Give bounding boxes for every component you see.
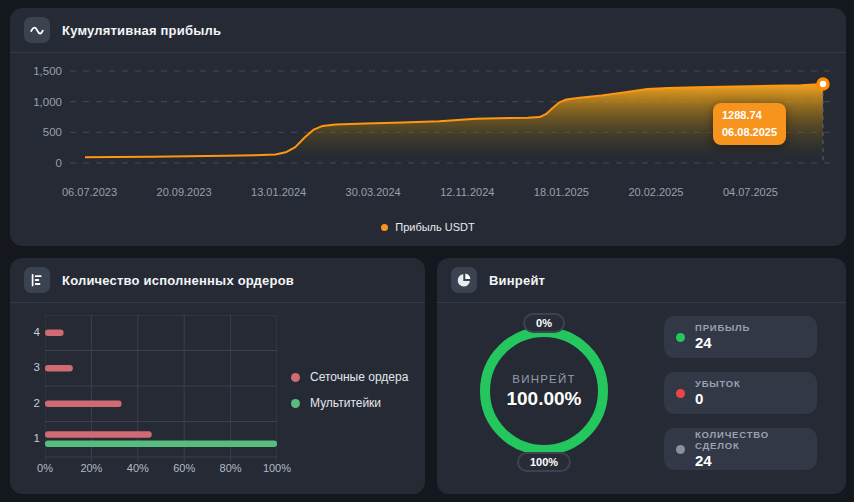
- winrate-stats: ПРИБЫЛЬ 24 УБЫТОК 0 КОЛИЧЕСТВО СДЕЛОК 24: [664, 316, 817, 470]
- stat-label: КОЛИЧЕСТВО СДЕЛОК: [695, 429, 805, 451]
- ring-badge-hundred: 100%: [517, 452, 571, 472]
- winrate-header: Винрейт: [437, 258, 846, 303]
- legend-label: Сеточные ордера: [310, 370, 408, 384]
- bar-multitakes[interactable]: [45, 441, 277, 447]
- legend-dot-red: [291, 373, 300, 382]
- panel-title: Количество исполненных ордеров: [62, 273, 294, 288]
- bar-grid-orders[interactable]: [45, 365, 73, 371]
- red-dot-icon: [676, 389, 685, 398]
- pie-chart-icon: [451, 267, 477, 293]
- stat-card-trades[interactable]: КОЛИЧЕСТВО СДЕЛОК 24: [664, 428, 817, 470]
- y-tick-label: 1,500: [33, 65, 62, 77]
- donut-center: ВИНРЕЙТ 100.00%: [474, 321, 614, 461]
- bar-grid-orders[interactable]: [45, 330, 64, 336]
- profit-y-axis-labels: 05001,0001,500: [18, 64, 62, 172]
- profit-x-axis-labels: 06.07.202320.09.202313.01.202430.03.2024…: [62, 186, 778, 198]
- chart-tooltip: 1288.74 06.08.2025: [713, 103, 786, 145]
- x-tick-label: 04.07.2025: [723, 186, 778, 198]
- legend-label: Прибыль USDT: [395, 221, 475, 233]
- tooltip-date: 06.08.2025: [722, 124, 777, 141]
- x-tick-label: 60%: [166, 462, 202, 474]
- last-point-marker[interactable]: [818, 79, 828, 89]
- x-tick-label: 20.02.2025: [628, 186, 683, 198]
- x-tick-label: 40%: [120, 462, 156, 474]
- stat-value: 0: [695, 390, 741, 408]
- y-tick-label: 1,000: [33, 96, 62, 108]
- stat-label: УБЫТОК: [695, 378, 741, 389]
- category-label: 4: [34, 326, 40, 338]
- stat-value: 24: [695, 452, 805, 470]
- legend-dot-orange: [381, 224, 388, 231]
- executed-orders-panel: Количество исполненных ордеров 4321 0%20…: [10, 258, 425, 494]
- legend-item-grid-orders[interactable]: Сеточные ордера: [291, 370, 408, 384]
- winrate-value: 100.00%: [506, 388, 581, 410]
- x-tick-label: 100%: [259, 462, 295, 474]
- profit-legend[interactable]: Прибыль USDT: [10, 221, 846, 233]
- winrate-donut-chart[interactable]: ВИНРЕЙТ 100.00%: [474, 321, 614, 461]
- panel-title: Винрейт: [489, 273, 545, 288]
- orders-bar-chart[interactable]: [45, 315, 277, 463]
- executed-orders-header: Количество исполненных ордеров: [10, 258, 425, 303]
- stat-label: ПРИБЫЛЬ: [695, 322, 750, 333]
- gray-dot-icon: [676, 445, 685, 454]
- winrate-label: ВИНРЕЙТ: [512, 373, 575, 385]
- legend-label: Мультитейки: [310, 396, 381, 410]
- legend-item-multitakes[interactable]: Мультитейки: [291, 396, 408, 410]
- cumulative-profit-header: Кумулятивная прибыль: [10, 8, 846, 53]
- tooltip-value: 1288.74: [722, 107, 777, 124]
- line-chart-icon: [24, 17, 50, 43]
- x-tick-label: 12.11.2024: [440, 186, 494, 198]
- bar-grid-orders[interactable]: [45, 401, 122, 407]
- stat-card-profit[interactable]: ПРИБЫЛЬ 24: [664, 316, 817, 358]
- category-label: 2: [34, 397, 40, 409]
- bar-chart-icon: [24, 267, 50, 293]
- category-label: 3: [34, 361, 40, 373]
- x-tick-label: 18.01.2025: [534, 186, 589, 198]
- x-tick-label: 06.07.2023: [62, 186, 117, 198]
- x-tick-label: 0%: [27, 462, 63, 474]
- orders-legend: Сеточные ордера Мультитейки: [291, 370, 408, 410]
- x-tick-label: 20.09.2023: [157, 186, 212, 198]
- legend-dot-green: [291, 399, 300, 408]
- y-tick-label: 0: [56, 157, 62, 169]
- cumulative-profit-panel: Кумулятивная прибыль 05001,0001,500 1288…: [10, 8, 846, 246]
- profit-area-chart[interactable]: 1288.74 06.08.2025: [70, 64, 835, 172]
- green-dot-icon: [676, 333, 685, 342]
- bar-grid-orders[interactable]: [45, 431, 152, 437]
- dashboard-page: Кумулятивная прибыль 05001,0001,500 1288…: [0, 0, 854, 502]
- stat-value: 24: [695, 334, 750, 352]
- orders-x-axis-labels: 0%20%40%60%80%100%: [27, 462, 295, 474]
- x-tick-label: 13.01.2024: [251, 186, 306, 198]
- stat-card-loss[interactable]: УБЫТОК 0: [664, 372, 817, 414]
- ring-badge-zero: 0%: [523, 313, 565, 333]
- x-tick-label: 20%: [73, 462, 109, 474]
- winrate-panel: Винрейт ВИНРЕЙТ 100.00% 0% 100% ПРИБЫЛЬ …: [437, 258, 846, 494]
- x-tick-label: 80%: [213, 462, 249, 474]
- y-tick-label: 500: [43, 126, 62, 138]
- panel-title: Кумулятивная прибыль: [62, 23, 221, 38]
- category-label: 1: [34, 432, 40, 444]
- orders-category-labels: 4321: [16, 315, 40, 457]
- x-tick-label: 30.03.2024: [346, 186, 401, 198]
